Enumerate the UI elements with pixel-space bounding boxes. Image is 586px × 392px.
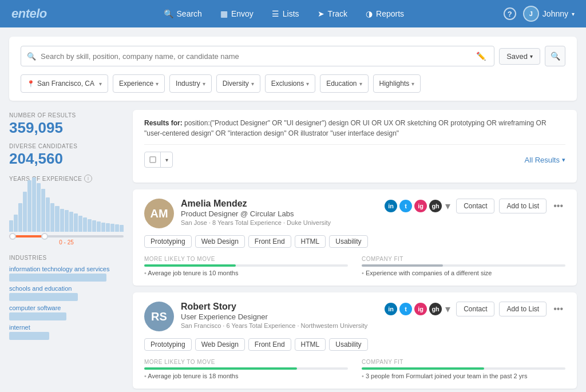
skill-tag[interactable]: HTML: [295, 235, 326, 248]
instagram-icon[interactable]: ig: [414, 200, 427, 212]
exclusions-filter[interactable]: Exclusions ▾: [265, 74, 315, 93]
experience-filter[interactable]: Experience ▾: [113, 74, 165, 93]
all-results-button[interactable]: All Results ▾: [525, 156, 565, 164]
candidate-card: RS Robert Story User Experience Designer…: [133, 292, 577, 389]
bar-chart-bar: [88, 219, 92, 232]
highlights-filter[interactable]: Highlights ▾: [373, 74, 421, 93]
fit-metric-label: COMPANY FIT: [362, 359, 565, 365]
education-filter[interactable]: Education ▾: [320, 74, 368, 93]
github-icon[interactable]: gh: [429, 303, 442, 315]
bar-chart-bar: [78, 216, 82, 232]
social-more-button[interactable]: ▾: [444, 303, 452, 315]
nav-reports[interactable]: ◑ Reports: [358, 6, 412, 22]
results-count-label: NUMBER OF RESULTS: [9, 112, 124, 118]
card-metrics: MORE LIKELY TO MOVE Average job tenure i…: [144, 359, 565, 379]
twitter-icon[interactable]: t: [399, 303, 412, 315]
candidate-cards: AM Amelia Mendez Product Designer @ Circ…: [133, 189, 577, 389]
bar-chart-bar: [115, 224, 119, 232]
experience-range-slider[interactable]: [9, 235, 124, 237]
experience-chart-section: YEARS OF EXPERIENCE i 0 - 25: [9, 175, 124, 246]
candidate-avatar: AM: [144, 199, 174, 228]
nav-lists[interactable]: ☰ Lists: [264, 6, 307, 22]
move-metric-fill: [144, 367, 297, 370]
select-all-dropdown[interactable]: ▾: [144, 152, 173, 168]
saved-button[interactable]: Saved ▾: [499, 48, 540, 65]
industry-bar: [9, 274, 106, 282]
fit-metric-text: Experience with companies of a different…: [362, 270, 565, 276]
skill-tag[interactable]: Prototyping: [144, 338, 192, 351]
bar-chart-bar: [41, 189, 45, 232]
select-dropdown-arrow[interactable]: ▾: [161, 152, 172, 168]
twitter-icon[interactable]: t: [399, 200, 412, 212]
industry-name[interactable]: schools and education: [9, 285, 124, 292]
social-icons: in t ig gh ▾: [385, 303, 452, 315]
results-area: Results for: position:("Product Designer…: [133, 110, 577, 392]
bar-chart-bar: [101, 223, 105, 232]
skill-tag[interactable]: HTML: [295, 338, 326, 351]
move-metric-label: MORE LIKELY TO MOVE: [144, 256, 348, 262]
edit-search-button[interactable]: ✏️: [474, 50, 488, 62]
experience-info-icon[interactable]: i: [84, 175, 92, 183]
industry-filter[interactable]: Industry ▾: [169, 74, 212, 93]
skill-tag[interactable]: Web Design: [195, 235, 245, 248]
nav-envoy[interactable]: ▦ Envoy: [212, 6, 262, 22]
bar-chart-bar: [74, 213, 78, 232]
skill-tag[interactable]: Usability: [329, 338, 367, 351]
more-options-button[interactable]: •••: [551, 304, 565, 314]
diversity-filter[interactable]: Diversity ▾: [216, 74, 260, 93]
github-icon[interactable]: gh: [429, 200, 442, 212]
social-more-button[interactable]: ▾: [444, 200, 452, 212]
card-header: AM Amelia Mendez Product Designer @ Circ…: [144, 199, 565, 228]
lists-nav-icon: ☰: [272, 9, 279, 18]
user-menu[interactable]: J Johnny ▾: [523, 6, 575, 22]
industry-name[interactable]: computer software: [9, 304, 124, 311]
search-input[interactable]: [41, 52, 469, 61]
select-all-checkbox[interactable]: [145, 152, 161, 168]
candidate-title: Product Designer @ Circular Labs: [181, 209, 378, 218]
nav-search[interactable]: 🔍 Search: [156, 6, 210, 22]
skill-tag[interactable]: Web Design: [195, 338, 245, 351]
skill-tags: PrototypingWeb DesignFront EndHTMLUsabil…: [144, 235, 565, 248]
more-options-button[interactable]: •••: [551, 201, 565, 211]
nav-track[interactable]: ➤ Track: [310, 6, 355, 22]
move-metric: MORE LIKELY TO MOVE Average job tenure i…: [144, 359, 348, 379]
skill-tag[interactable]: Prototyping: [144, 235, 192, 248]
industry-bar: [9, 293, 78, 301]
diverse-count-label: DIVERSE CANDIDATES: [9, 143, 124, 149]
linkedin-icon[interactable]: in: [385, 303, 397, 315]
add-to-list-button[interactable]: Add to List: [499, 302, 547, 316]
bar-chart-bar: [120, 225, 124, 232]
industry-bar: [9, 332, 49, 340]
contact-button[interactable]: Contact: [456, 302, 494, 316]
experience-chart-label: YEARS OF EXPERIENCE i: [9, 175, 124, 183]
help-button[interactable]: ?: [504, 7, 516, 20]
diversity-chevron-icon: ▾: [251, 81, 254, 87]
card-header: RS Robert Story User Experience Designer…: [144, 302, 565, 331]
skill-tag[interactable]: Usability: [329, 235, 367, 248]
contact-button[interactable]: Contact: [456, 199, 494, 213]
search-icon: 🔍: [27, 52, 36, 61]
results-query-box: Results for: position:("Product Designer…: [133, 110, 577, 183]
industry-name[interactable]: information technology and services: [9, 266, 124, 272]
candidate-name: Robert Story: [181, 302, 378, 312]
candidate-title: User Experience Designer: [181, 312, 378, 321]
results-toolbar: ▾ All Results ▾: [144, 152, 565, 168]
card-info: Robert Story User Experience Designer Sa…: [181, 302, 378, 329]
skill-tags: PrototypingWeb DesignFront EndHTMLUsabil…: [144, 338, 565, 351]
linkedin-icon[interactable]: in: [385, 200, 397, 212]
add-to-list-button[interactable]: Add to List: [499, 199, 547, 213]
industry-item: information technology and services: [9, 266, 124, 282]
industry-name[interactable]: internet: [9, 324, 124, 331]
instagram-icon[interactable]: ig: [414, 303, 427, 315]
search-submit-button[interactable]: 🔍: [545, 46, 565, 66]
nav-right: ? J Johnny ▾: [504, 6, 575, 22]
skill-tag[interactable]: Front End: [248, 338, 291, 351]
location-filter[interactable]: 📍 San Francisco, CA ▾: [21, 74, 108, 93]
move-metric-bar: [144, 264, 348, 267]
candidate-card: AM Amelia Mendez Product Designer @ Circ…: [133, 189, 577, 286]
navbar: entelo 🔍 Search ▦ Envoy ☰ Lists ➤ Track …: [0, 0, 586, 27]
skill-tag[interactable]: Front End: [248, 235, 291, 248]
candidate-meta: San Francisco · 6 Years Total Experience…: [181, 322, 378, 329]
bar-chart-bar: [60, 209, 64, 232]
checkbox-icon: [149, 156, 156, 163]
